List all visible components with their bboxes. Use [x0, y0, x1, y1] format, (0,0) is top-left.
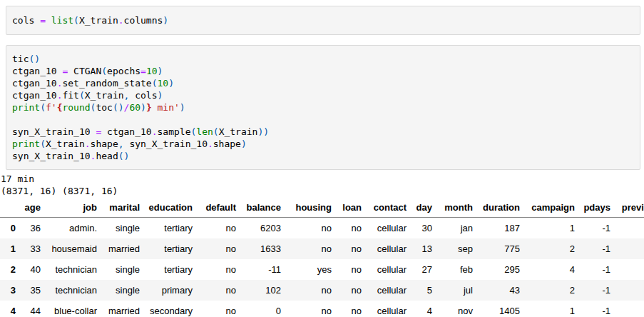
column-header: duration — [480, 198, 527, 218]
table-cell: 1405 — [480, 301, 527, 317]
dataframe-body: 036admin.singletertiaryno6203nonocellula… — [0, 218, 644, 317]
code-line: ctgan_10 = CTGAN(epochs=10) — [12, 65, 634, 77]
table-cell: jan — [439, 218, 480, 239]
code-token: print — [12, 102, 40, 113]
code-line — [12, 114, 634, 126]
column-header: loan — [339, 198, 369, 218]
code-line: syn_X_train_10 = ctgan_10.sample(len(X_t… — [12, 126, 634, 138]
code-token: . — [118, 15, 124, 26]
table-cell — [618, 259, 644, 280]
table-cell: married — [104, 238, 147, 259]
code-token: fit — [62, 90, 78, 101]
column-header: age — [23, 198, 48, 218]
code-token: ) — [140, 102, 146, 113]
table-cell: no — [288, 280, 339, 301]
table-cell: no — [200, 238, 243, 259]
column-header: balance — [243, 198, 288, 218]
code-token: 60 — [129, 102, 140, 113]
table-cell: no — [339, 238, 369, 259]
code-token: ) — [163, 15, 168, 26]
table-cell: single — [104, 259, 147, 280]
table-cell: 27 — [414, 259, 439, 280]
table-cell: no — [200, 301, 243, 317]
code-cell-2[interactable]: tic()ctgan_10 = CTGAN(epochs=10)ctgan_10… — [6, 45, 640, 170]
code-token: } — [146, 102, 152, 113]
table-cell: jul — [439, 280, 480, 301]
table-cell: technician — [48, 259, 104, 280]
table-cell: feb — [439, 259, 480, 280]
code-token: = — [40, 15, 46, 26]
code-token: epochs — [107, 66, 140, 76]
table-cell: no — [339, 218, 369, 239]
code-token: 10 — [146, 66, 158, 76]
code-token: ( — [73, 15, 79, 26]
table-cell: 0 — [243, 301, 288, 317]
code-token: ctgan_10 — [12, 90, 57, 101]
table-cell: tertiary — [147, 259, 200, 280]
code-line: ctgan_10.fit(X_train, cols) — [12, 89, 634, 101]
table-cell: 4 — [527, 259, 582, 280]
code-token: syn_X_train_10 — [12, 151, 91, 161]
table-cell: -1 — [582, 301, 618, 317]
table-cell: sep — [439, 238, 480, 259]
column-header: day — [414, 198, 439, 218]
table-cell: no — [200, 259, 243, 280]
code-token: () — [118, 151, 130, 161]
table-cell: 187 — [480, 218, 527, 239]
table-row: 240techniciansingletertiaryno-11yesnocel… — [0, 259, 644, 280]
code-token: syn_X_train_10 — [12, 126, 96, 137]
code-line: print(X_train.shape, syn_X_train_10.shap… — [12, 138, 634, 150]
code-token: ) — [158, 66, 163, 76]
table-cell: 1 — [527, 301, 582, 317]
table-cell: 40 — [23, 259, 48, 280]
code-token: print — [12, 139, 40, 149]
code-token: sample — [158, 126, 191, 137]
table-cell: 1 — [527, 218, 582, 239]
code-token: ( — [40, 102, 46, 113]
column-header: default — [200, 198, 243, 218]
row-index: 0 — [0, 218, 23, 239]
table-cell: admin. — [48, 218, 104, 239]
code-token: toc — [96, 102, 112, 113]
table-cell: cellular — [369, 280, 414, 301]
table-cell: 35 — [23, 280, 48, 301]
code-token: shape — [91, 139, 118, 149]
table-cell: -1 — [582, 218, 618, 239]
table-cell: cellular — [369, 259, 414, 280]
column-header: marital — [104, 198, 147, 218]
code-token: ) — [158, 90, 163, 101]
table-cell: single — [104, 218, 147, 239]
code-token: columns — [124, 15, 163, 26]
column-header: contact — [369, 198, 414, 218]
execution-stream-output: 17 min (8371, 16) (8371, 16) — [0, 170, 644, 197]
table-cell: primary — [147, 280, 200, 301]
code-token: . — [85, 139, 91, 149]
code-token: () — [29, 54, 40, 64]
code-token: ( — [40, 139, 46, 149]
column-header: previous — [618, 198, 644, 218]
column-header: campaign — [527, 198, 582, 218]
column-header: month — [439, 198, 480, 218]
code-token: , — [118, 139, 124, 149]
code-token: f' — [46, 102, 57, 113]
table-cell: cellular — [369, 301, 414, 317]
table-cell: -1 — [582, 280, 618, 301]
table-row: 133housemaidmarriedtertiaryno1633nonocel… — [0, 238, 644, 259]
code-cell-1[interactable]: cols = list(X_train.columns) — [6, 6, 640, 35]
row-index: 1 — [0, 238, 23, 259]
code-token: . — [152, 126, 158, 137]
code-line: syn_X_train_10.head() — [12, 150, 634, 162]
table-cell: 295 — [480, 259, 527, 280]
table-cell: cellular — [369, 218, 414, 239]
table-cell: tertiary — [147, 218, 200, 239]
table-cell: 2 — [527, 280, 582, 301]
table-cell: no — [339, 259, 369, 280]
table-cell: no — [288, 301, 339, 317]
table-row: 036admin.singletertiaryno6203nonocellula… — [0, 218, 644, 239]
code-token: ( — [213, 126, 219, 137]
code-token: ( — [152, 78, 158, 89]
table-cell: 44 — [23, 301, 48, 317]
table-cell: -11 — [243, 259, 288, 280]
code-token: ) — [168, 78, 174, 89]
table-cell: housemaid — [48, 238, 104, 259]
